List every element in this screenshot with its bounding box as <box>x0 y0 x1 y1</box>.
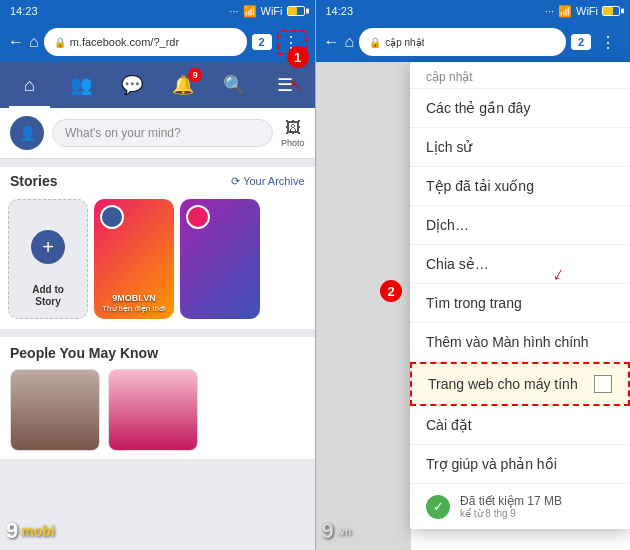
messenger-nav-icon: 💬 <box>121 74 143 96</box>
menu-button-right[interactable]: ⋮ <box>596 31 622 54</box>
watermark-brand: mobi <box>21 523 54 539</box>
add-story-card-left[interactable]: + Add toStory <box>8 199 88 319</box>
dropdown-item-settings[interactable]: Cài đặt <box>410 406 630 445</box>
time-left: 14:23 <box>10 5 38 17</box>
back-button-right[interactable]: ← <box>324 33 340 51</box>
fb-nav-left: ⌂ 👥 💬 🔔 9 🔍 ☰ <box>0 62 315 108</box>
step2-badge: 2 <box>380 280 402 302</box>
nav-search-left[interactable]: 🔍 <box>208 62 259 108</box>
post-bar-left: 👤 What's on your mind? 🖼 Photo <box>0 108 315 159</box>
story-card-2-left[interactable] <box>180 199 260 319</box>
friends-nav-icon: 👥 <box>70 74 92 96</box>
dropdown-item-help[interactable]: Trợ giúp và phản hồi <box>410 445 630 484</box>
step1-badge: 1 <box>287 46 309 68</box>
photo-icon: 🖼 <box>285 119 301 137</box>
search-nav-icon: 🔍 <box>223 74 245 96</box>
battery-icon-left <box>287 6 305 16</box>
archive-link-left[interactable]: ⟳ Your Archive <box>231 175 304 188</box>
user-avatar-left: 👤 <box>10 116 44 150</box>
post-input-left[interactable]: What's on your mind? <box>52 119 273 147</box>
add-story-label: Add toStory <box>32 284 64 308</box>
dropdown-item-find[interactable]: Tìm trong trang <box>410 284 630 323</box>
savings-item: ✓ Đã tiết kiệm 17 MB kể từ 8 thg 9 <box>410 484 630 529</box>
lock-icon-left: 🔒 <box>54 37 66 48</box>
people-row-left <box>10 369 305 451</box>
browser-bar-left: ← ⌂ 🔒 m.facebook.com/?_rdr 2 ⋮ <box>0 22 315 62</box>
url-bar-left[interactable]: 🔒 m.facebook.com/?_rdr <box>44 28 247 56</box>
story-avatar-1 <box>100 205 124 229</box>
nav-home-left[interactable]: ⌂ <box>4 62 55 108</box>
status-icons-left: ··· 📶 WiFi <box>229 5 304 18</box>
back-button-left[interactable]: ← <box>8 33 24 51</box>
savings-sub: kể từ 8 thg 9 <box>460 508 562 519</box>
tab-count-left[interactable]: 2 <box>252 34 272 50</box>
people-section-left: People You May Know <box>0 337 315 459</box>
watermark-left: 9 mobi <box>6 518 55 544</box>
dropdown-item-downloads[interactable]: Tệp đã tải xuống <box>410 167 630 206</box>
savings-label: Đã tiết kiệm 17 MB <box>460 494 562 508</box>
dropdown-item-share[interactable]: Chia sẻ… <box>410 245 630 284</box>
tab-count-right[interactable]: 2 <box>571 34 591 50</box>
desktop-mode-checkbox[interactable] <box>594 375 612 393</box>
story-card-1-left[interactable]: 9MOBI.VNThứ tiện điện thời <box>94 199 174 319</box>
right-panel: 14:23 ··· 📶 WiFi ← ⌂ 🔒 cập nhật 2 ⋮ cập … <box>316 0 631 550</box>
dropdown-item-history[interactable]: Lịch sử <box>410 128 630 167</box>
savings-icon: ✓ <box>426 495 450 519</box>
dropdown-header: cập nhật <box>410 62 630 89</box>
dropdown-item-recent-tabs[interactable]: Các thẻ gần đây <box>410 89 630 128</box>
status-bar-left: 14:23 ··· 📶 WiFi <box>0 0 315 22</box>
add-story-icon: + <box>31 230 65 264</box>
status-bar-right: 14:23 ··· 📶 WiFi <box>316 0 631 22</box>
story-avatar-2 <box>186 205 210 229</box>
person-photo-1 <box>11 370 99 450</box>
home-button-right[interactable]: ⌂ <box>345 33 355 51</box>
people-title-left: People You May Know <box>10 345 305 361</box>
stories-title-left: Stories <box>10 173 57 189</box>
person-photo-2 <box>109 370 197 450</box>
nav-friends-left[interactable]: 👥 <box>55 62 106 108</box>
dropdown-item-translate[interactable]: Dịch… <box>410 206 630 245</box>
dropdown-menu: cập nhật Các thẻ gần đây Lịch sử Tệp đã … <box>410 62 630 529</box>
url-text-right: cập nhật <box>385 37 424 48</box>
stories-header-left: Stories ⟳ Your Archive <box>0 167 315 193</box>
person-card-2[interactable] <box>108 369 198 451</box>
url-text-left: m.facebook.com/?_rdr <box>70 36 179 48</box>
time-right: 14:23 <box>326 5 354 17</box>
stories-row-left: + Add toStory 9MOBI.VNThứ tiện điện thời <box>0 193 315 329</box>
dim-overlay <box>316 62 411 550</box>
photo-button-left[interactable]: 🖼 Photo <box>281 119 305 148</box>
dropdown-item-desktop[interactable]: Trang web cho máy tính <box>410 362 630 406</box>
dropdown-item-add-home[interactable]: Thêm vào Màn hình chính <box>410 323 630 362</box>
left-panel: 14:23 ··· 📶 WiFi ← ⌂ 🔒 m.facebook.com/?_… <box>0 0 315 550</box>
status-icons-right: ··· 📶 WiFi <box>545 5 620 18</box>
url-bar-right[interactable]: 🔒 cập nhật <box>359 28 566 56</box>
battery-icon-right <box>602 6 620 16</box>
watermark-number: 9 <box>6 518 18 544</box>
fb-content-left: 👤 What's on your mind? 🖼 Photo Stories ⟳… <box>0 108 315 550</box>
person-card-1[interactable] <box>10 369 100 451</box>
nav-notif-left[interactable]: 🔔 9 <box>157 62 208 108</box>
notif-badge: 9 <box>188 68 202 82</box>
nav-messenger-left[interactable]: 💬 <box>106 62 157 108</box>
browser-bar-right: ← ⌂ 🔒 cập nhật 2 ⋮ <box>316 22 631 62</box>
home-button-left[interactable]: ⌂ <box>29 33 39 51</box>
home-nav-icon: ⌂ <box>24 75 35 96</box>
story-label-1: 9MOBI.VNThứ tiện điện thời <box>98 293 170 313</box>
